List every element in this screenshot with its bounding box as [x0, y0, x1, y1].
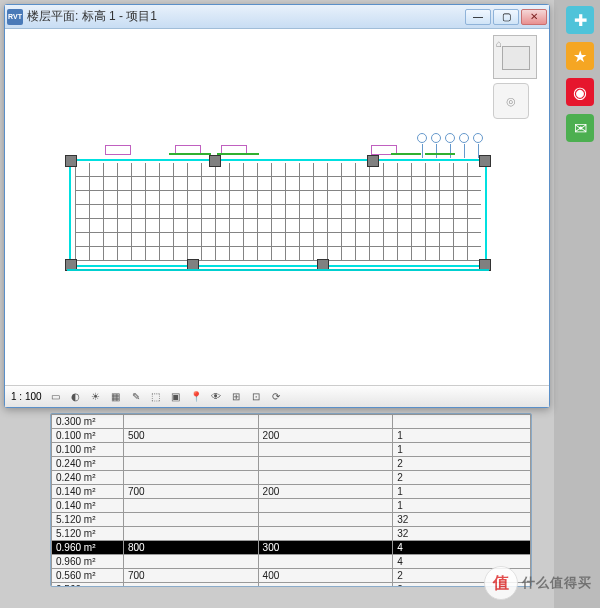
table-row[interactable]: 0.960 m²4 — [52, 555, 531, 569]
scale-display[interactable]: 1 : 100 — [11, 391, 42, 402]
crop-icon[interactable]: ⬚ — [148, 389, 164, 405]
watermark-text: 什么值得买 — [522, 574, 592, 592]
table-cell[interactable] — [258, 583, 393, 588]
table-cell[interactable]: 32 — [393, 527, 531, 541]
table-cell[interactable]: 700 — [123, 569, 258, 583]
table-cell[interactable]: 400 — [258, 569, 393, 583]
table-row[interactable]: 0.140 m²7002001 — [52, 485, 531, 499]
temp-hide-icon[interactable]: 👁 — [208, 389, 224, 405]
constraints-icon[interactable]: ⊡ — [248, 389, 264, 405]
table-cell[interactable] — [258, 513, 393, 527]
table-row[interactable]: 5.120 m²32 — [52, 527, 531, 541]
steering-wheel-icon[interactable]: ◎ — [493, 83, 529, 119]
maximize-button[interactable]: ▢ — [493, 9, 519, 25]
floorplan-drawing[interactable] — [69, 159, 487, 267]
reveal-icon[interactable]: ⊞ — [228, 389, 244, 405]
table-row[interactable]: 0.100 m²1 — [52, 443, 531, 457]
table-cell[interactable] — [258, 415, 393, 429]
table-cell[interactable] — [123, 513, 258, 527]
table-row[interactable]: 0.240 m²2 — [52, 457, 531, 471]
table-row[interactable]: 0.560 m²2 — [52, 583, 531, 588]
table-cell[interactable]: 0.960 m² — [52, 541, 124, 555]
table-cell[interactable]: 0.960 m² — [52, 555, 124, 569]
watermark: 值 什么值得买 — [484, 566, 592, 600]
window-title: 楼层平面: 标高 1 - 项目1 — [27, 8, 465, 25]
view-cube-top[interactable]: ⌂ — [493, 35, 537, 79]
table-cell[interactable]: 0.240 m² — [52, 457, 124, 471]
table-cell[interactable]: 0.100 m² — [52, 443, 124, 457]
table-cell[interactable]: 0.560 m² — [52, 569, 124, 583]
drawing-canvas[interactable]: ⌂ ◎ — [5, 29, 549, 385]
table-cell[interactable] — [258, 457, 393, 471]
table-cell[interactable]: 500 — [123, 429, 258, 443]
table-cell[interactable] — [123, 471, 258, 485]
view-cube-face[interactable] — [502, 46, 530, 70]
share-sidebar: ✚★◉✉ — [566, 6, 594, 142]
table-cell[interactable]: 200 — [258, 429, 393, 443]
table-cell[interactable] — [258, 527, 393, 541]
app-window: 0.300 m²0.100 m²50020010.100 m²10.240 m²… — [0, 0, 554, 608]
properties-table-panel: 0.300 m²0.100 m²50020010.100 m²10.240 m²… — [50, 413, 532, 587]
table-cell[interactable]: 0.560 m² — [52, 583, 124, 588]
table-cell[interactable]: 1 — [393, 499, 531, 513]
table-row[interactable]: 0.960 m²8003004 — [52, 541, 531, 555]
table-row[interactable]: 5.120 m²32 — [52, 513, 531, 527]
table-cell[interactable] — [123, 443, 258, 457]
table-cell[interactable] — [258, 555, 393, 569]
view-control-bar: 1 : 100 ▭◐☀▦✎⬚▣📍👁⊞⊡⟳ — [5, 385, 549, 407]
table-cell[interactable] — [258, 471, 393, 485]
visual-style-icon[interactable]: ◐ — [68, 389, 84, 405]
table-cell[interactable]: 2 — [393, 457, 531, 471]
table-cell[interactable]: 0.140 m² — [52, 485, 124, 499]
star-icon[interactable]: ★ — [566, 42, 594, 70]
view-cube[interactable]: ⌂ ◎ — [493, 35, 543, 125]
shadows-icon[interactable]: ▦ — [108, 389, 124, 405]
table-row[interactable]: 0.560 m²7004002 — [52, 569, 531, 583]
table-cell[interactable]: 0.100 m² — [52, 429, 124, 443]
table-cell[interactable]: 4 — [393, 541, 531, 555]
table-cell[interactable]: 700 — [123, 485, 258, 499]
table-cell[interactable] — [258, 499, 393, 513]
table-cell[interactable] — [123, 583, 258, 588]
table-cell[interactable]: 0.300 m² — [52, 415, 124, 429]
weibo-icon[interactable]: ◉ — [566, 78, 594, 106]
sun-path-icon[interactable]: ☀ — [88, 389, 104, 405]
worksharing-icon[interactable]: ⟳ — [268, 389, 284, 405]
table-cell[interactable]: 1 — [393, 443, 531, 457]
table-cell[interactable]: 1 — [393, 429, 531, 443]
scale-value: 1 : 100 — [11, 391, 42, 402]
table-row[interactable]: 0.300 m² — [52, 415, 531, 429]
table-cell[interactable] — [123, 527, 258, 541]
table-cell[interactable] — [393, 415, 531, 429]
table-cell[interactable]: 0.240 m² — [52, 471, 124, 485]
table-cell[interactable] — [123, 457, 258, 471]
crop-visible-icon[interactable]: ▣ — [168, 389, 184, 405]
table-cell[interactable]: 32 — [393, 513, 531, 527]
table-cell[interactable]: 5.120 m² — [52, 513, 124, 527]
table-cell[interactable] — [123, 499, 258, 513]
table-row[interactable]: 0.140 m²1 — [52, 499, 531, 513]
add-icon[interactable]: ✚ — [566, 6, 594, 34]
table-cell[interactable]: 300 — [258, 541, 393, 555]
table-row[interactable]: 0.240 m²2 — [52, 471, 531, 485]
table-cell[interactable]: 800 — [123, 541, 258, 555]
minimize-button[interactable]: — — [465, 9, 491, 25]
window-controls: — ▢ ✕ — [465, 9, 547, 25]
floorplan-window: RVT 楼层平面: 标高 1 - 项目1 — ▢ ✕ ⌂ ◎ — [4, 4, 550, 408]
table-cell[interactable]: 200 — [258, 485, 393, 499]
properties-table[interactable]: 0.300 m²0.100 m²50020010.100 m²10.240 m²… — [51, 414, 531, 587]
table-cell[interactable] — [123, 555, 258, 569]
table-cell[interactable]: 1 — [393, 485, 531, 499]
table-row[interactable]: 0.100 m²5002001 — [52, 429, 531, 443]
close-button[interactable]: ✕ — [521, 9, 547, 25]
table-cell[interactable]: 2 — [393, 471, 531, 485]
pin-icon[interactable]: 📍 — [188, 389, 204, 405]
wechat-icon[interactable]: ✉ — [566, 114, 594, 142]
table-cell[interactable]: 5.120 m² — [52, 527, 124, 541]
table-cell[interactable]: 0.140 m² — [52, 499, 124, 513]
render-icon[interactable]: ✎ — [128, 389, 144, 405]
table-cell[interactable] — [123, 415, 258, 429]
detail-level-icon[interactable]: ▭ — [48, 389, 64, 405]
table-cell[interactable] — [258, 443, 393, 457]
titlebar[interactable]: RVT 楼层平面: 标高 1 - 项目1 — ▢ ✕ — [5, 5, 549, 29]
